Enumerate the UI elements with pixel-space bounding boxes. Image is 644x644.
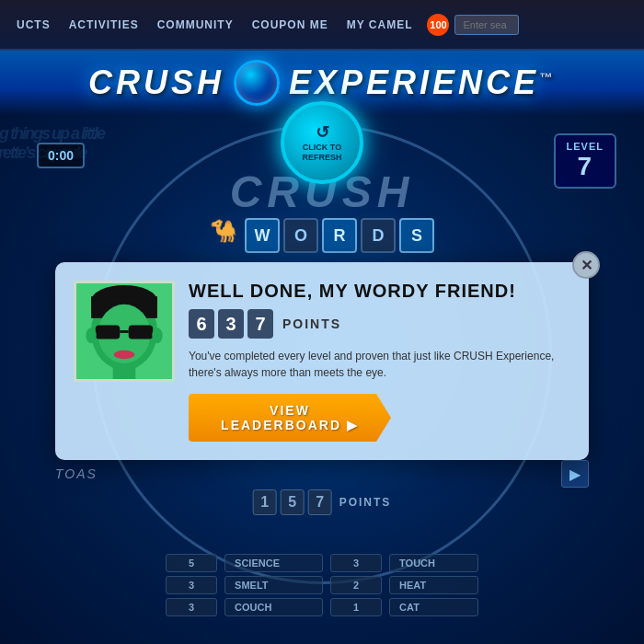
logo-left: CRUSH xyxy=(88,63,224,102)
svg-rect-6 xyxy=(129,325,153,339)
toast-text: TOAS xyxy=(55,466,98,481)
leaderboard-button[interactable]: VIEW LEADERBOARD ▶ xyxy=(189,394,391,442)
tile-w: W xyxy=(245,218,280,253)
leaderboard-button-label: VIEW LEADERBOARD ▶ xyxy=(207,403,373,432)
navbar: UCTS ACTIVITIES COMMUNITY COUPON ME MY C… xyxy=(0,0,644,51)
score-label: POINTS xyxy=(339,496,392,509)
logo-ball xyxy=(234,60,280,106)
word-tiles: 🐪 W O R D S xyxy=(210,218,434,253)
next-arrow[interactable]: ▶ xyxy=(561,460,589,488)
word-score-6: 1 xyxy=(330,598,382,616)
tile-s: S xyxy=(399,218,434,253)
svg-point-8 xyxy=(114,351,135,359)
word-score-4: 2 xyxy=(330,576,382,594)
tile-o: O xyxy=(283,218,318,253)
last-score-area: 1 5 7 POINTS xyxy=(253,489,392,515)
points-digit-2: 3 xyxy=(218,309,244,339)
nav-coupon-me[interactable]: COUPON ME xyxy=(243,18,338,31)
result-dialog: ✕ xyxy=(55,262,589,460)
dialog-description: You've completed every level and proven … xyxy=(189,348,570,381)
refresh-button[interactable]: ↺ Click to Refresh xyxy=(281,101,363,184)
tile-r: R xyxy=(322,218,357,253)
word-score-2: 3 xyxy=(166,576,217,594)
main-content: ng things up a littlearette's capsule CR… xyxy=(0,51,644,644)
logo-right: EXPERIENCE™ xyxy=(289,63,556,102)
avatar-image xyxy=(76,281,172,382)
word-score-1: 5 xyxy=(166,554,217,572)
avatar xyxy=(74,281,175,382)
notification-badge[interactable]: 100 xyxy=(427,14,449,36)
svg-point-10 xyxy=(86,328,96,343)
word-name-3: TOUCH xyxy=(389,554,478,572)
word-name-4: HEAT xyxy=(389,576,478,594)
dialog-title: Well Done, My Wordy Friend! xyxy=(189,281,570,302)
word-score-3: 3 xyxy=(330,554,382,572)
refresh-arrow-icon: ↺ xyxy=(316,122,329,143)
level-label: LEVEL xyxy=(567,141,604,152)
camel-icon: 🐪 xyxy=(210,218,237,253)
word-name-1: SCIENCE xyxy=(224,554,323,572)
svg-rect-5 xyxy=(96,325,120,339)
points-digit-1: 6 xyxy=(189,309,214,339)
svg-point-11 xyxy=(152,328,162,343)
timer-display: 0:00 xyxy=(37,143,85,168)
tile-d: D xyxy=(361,218,396,253)
points-digit-3: 7 xyxy=(247,309,273,339)
close-button[interactable]: ✕ xyxy=(572,251,600,279)
word-list: 5 SCIENCE 3 TOUCH 3 SMELT 2 HEAT 3 COUCH… xyxy=(166,554,478,616)
word-score-5: 3 xyxy=(166,598,217,616)
search-input[interactable] xyxy=(454,15,519,35)
word-name-6: CAT xyxy=(389,598,478,616)
score-digit-1: 1 xyxy=(253,489,277,515)
svg-rect-7 xyxy=(120,330,128,333)
word-name-2: SMELT xyxy=(224,576,323,594)
nav-activities[interactable]: ACTIVITIES xyxy=(60,18,148,31)
points-label: POINTS xyxy=(282,316,341,331)
svg-rect-9 xyxy=(113,366,136,379)
word-name-5: COUCH xyxy=(224,598,323,616)
dialog-content: Well Done, My Wordy Friend! 6 3 7 POINTS… xyxy=(189,281,570,442)
points-row: 6 3 7 POINTS xyxy=(189,309,570,339)
refresh-label: Click to Refresh xyxy=(284,143,360,163)
nav-products[interactable]: UCTS xyxy=(7,18,60,31)
score-digit-2: 5 xyxy=(281,489,305,515)
nav-my-camel[interactable]: MY CAMEL xyxy=(338,18,422,31)
score-digit-3: 7 xyxy=(308,489,332,515)
toast-area: TOAS ▶ xyxy=(55,460,589,488)
nav-community[interactable]: COMMUNITY xyxy=(148,18,243,31)
